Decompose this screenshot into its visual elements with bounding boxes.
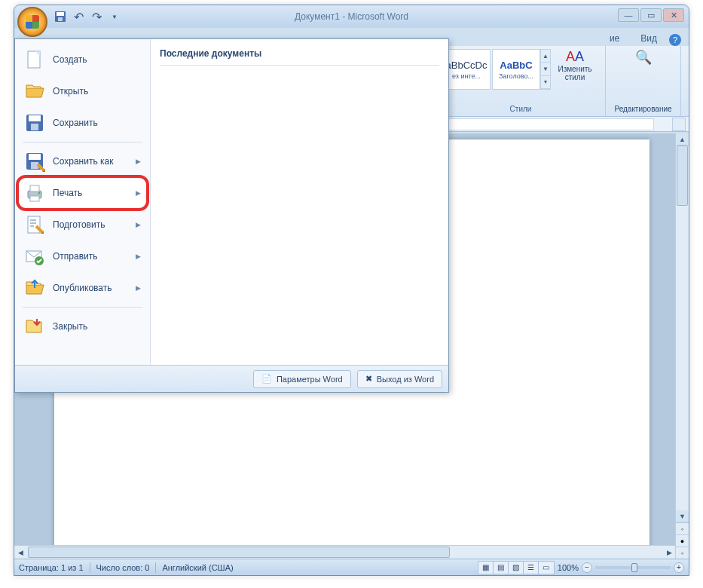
menu-item-prepare[interactable]: Подготовить▶ [18, 209, 147, 240]
ruler-toggle[interactable] [672, 118, 686, 131]
send-icon [24, 246, 45, 267]
tab-partial[interactable]: ие [601, 31, 628, 46]
view-buttons: ▦ ▤ ▧ ☰ ▭ [478, 561, 555, 574]
statusbar: Страница: 1 из 1 Число слов: 0 Английски… [14, 559, 689, 575]
view-print-layout-icon[interactable]: ▦ [478, 562, 494, 574]
menu-item-close[interactable]: Закрыть [18, 311, 147, 342]
svg-rect-13 [30, 185, 39, 191]
menu-item-label: Сохранить как [53, 156, 113, 167]
style-item[interactable]: AaBbC Заголово... [492, 49, 540, 90]
menu-item-new[interactable]: Создать [18, 44, 147, 75]
scroll-up-icon[interactable]: ▲ [676, 133, 689, 145]
window-title: Документ1 - Microsoft Word [295, 11, 408, 22]
submenu-arrow-icon: ▶ [136, 284, 141, 292]
svg-rect-7 [31, 124, 38, 130]
save-icon[interactable] [53, 10, 67, 23]
help-icon[interactable]: ? [669, 34, 681, 46]
print-icon [24, 182, 45, 204]
scroll-thumb[interactable] [677, 145, 688, 206]
menu-item-label: Закрыть [53, 321, 87, 332]
menu-item-publish[interactable]: Опубликовать▶ [18, 272, 147, 304]
menu-item-open[interactable]: Открыть [18, 75, 147, 107]
change-styles-button[interactable]: AA Изменить стили [551, 49, 599, 90]
publish-icon [24, 277, 45, 299]
submenu-arrow-icon: ▶ [136, 253, 141, 260]
menu-right-pane: Последние документы [151, 39, 448, 365]
style-gallery[interactable]: aBbCcDc ез инте... AaBbC Заголово... [442, 49, 540, 90]
maximize-button[interactable]: ▭ [640, 8, 662, 22]
window-controls: — ▭ ✕ [618, 8, 684, 22]
svg-rect-2 [58, 17, 63, 21]
status-page[interactable]: Страница: 1 из 1 [19, 563, 84, 572]
qat-dropdown-icon[interactable]: ▼ [108, 10, 121, 23]
menu-item-label: Опубликовать [53, 283, 112, 293]
zoom-in-button[interactable]: + [674, 562, 684, 573]
redo-icon[interactable]: ↷ [90, 10, 103, 23]
menu-item-save[interactable]: Сохранить [18, 107, 147, 139]
menu-item-label: Подготовить [53, 219, 105, 230]
status-language[interactable]: Английский (США) [162, 563, 233, 572]
menu-item-label: Открыть [53, 86, 88, 96]
close-button[interactable]: ✕ [663, 8, 684, 22]
menu-item-print[interactable]: Печать▶ [18, 177, 147, 209]
styles-group-label: Стили [510, 103, 532, 113]
next-page-icon[interactable]: ◦ [676, 547, 689, 559]
word-options-button[interactable]: 📄 Параметры Word [253, 370, 351, 388]
menu-item-label: Сохранить [53, 118, 98, 128]
view-outline-icon[interactable]: ☰ [524, 562, 539, 574]
horizontal-scrollbar[interactable]: ◀ ▶ [14, 545, 675, 559]
editing-group: 🔍 Редактирование [606, 46, 681, 116]
vertical-scrollbar[interactable]: ▲ ▼ ◦ ● ◦ [675, 133, 689, 559]
submenu-arrow-icon: ▶ [136, 221, 141, 228]
view-full-screen-icon[interactable]: ▤ [494, 562, 509, 574]
view-draft-icon[interactable]: ▭ [539, 562, 554, 574]
status-word-count[interactable]: Число слов: 0 [96, 563, 150, 572]
titlebar: ↶ ↷ ▼ Документ1 - Microsoft Word — ▭ ✕ [14, 5, 689, 28]
menu-left-pane: СоздатьОткрытьСохранитьСохранить как▶Печ… [15, 39, 151, 365]
menu-item-label: Отправить [53, 251, 98, 262]
menu-item-send[interactable]: Отправить▶ [18, 240, 147, 272]
menu-item-label: Печать [53, 188, 82, 198]
prepare-icon [24, 214, 45, 235]
office-menu: СоздатьОткрытьСохранитьСохранить как▶Печ… [14, 38, 449, 393]
undo-icon[interactable]: ↶ [72, 10, 85, 23]
save-icon [24, 112, 45, 133]
svg-rect-1 [57, 12, 64, 16]
app-window: ↶ ↷ ▼ Документ1 - Microsoft Word — ▭ ✕ и… [14, 5, 689, 576]
exit-word-button[interactable]: ✖ Выход из Word [357, 370, 442, 388]
submenu-arrow-icon: ▶ [136, 158, 141, 165]
browse-object-icon[interactable]: ● [676, 534, 689, 547]
options-icon: 📄 [261, 374, 272, 384]
submenu-arrow-icon: ▶ [136, 189, 141, 197]
zoom-out-button[interactable]: − [582, 562, 592, 573]
exit-icon: ✖ [365, 374, 372, 384]
recent-documents-header: Последние документы [160, 45, 439, 66]
view-web-icon[interactable]: ▧ [509, 562, 524, 574]
svg-rect-9 [29, 154, 41, 160]
tab-view[interactable]: Вид [631, 31, 666, 46]
zoom-level[interactable]: 100% [558, 563, 579, 572]
minimize-button[interactable]: — [618, 8, 639, 22]
scroll-left-icon[interactable]: ◀ [14, 546, 26, 559]
svg-rect-14 [30, 196, 39, 201]
save-as-icon [24, 151, 45, 172]
styles-group: aBbCcDc ез инте... AaBbC Заголово... ▲▼▾… [436, 46, 606, 116]
menu-footer: 📄 Параметры Word ✖ Выход из Word [15, 365, 448, 392]
scroll-thumb[interactable] [28, 547, 450, 558]
menu-item-label: Создать [53, 54, 87, 65]
scroll-down-icon[interactable]: ▼ [676, 510, 689, 522]
menu-item-save-as[interactable]: Сохранить как▶ [18, 145, 147, 177]
quick-access-toolbar: ↶ ↷ ▼ [53, 10, 121, 23]
style-item[interactable]: aBbCcDc ез инте... [442, 49, 491, 90]
close-icon [24, 316, 45, 337]
prev-page-icon[interactable]: ◦ [676, 522, 689, 534]
scroll-right-icon[interactable]: ▶ [663, 546, 675, 559]
zoom-slider[interactable] [595, 566, 671, 569]
office-button[interactable] [17, 7, 47, 37]
gallery-scroll[interactable]: ▲▼▾ [540, 49, 551, 90]
svg-rect-16 [28, 216, 40, 233]
find-icon[interactable]: 🔍 [635, 49, 652, 66]
open-icon [24, 81, 45, 102]
svg-point-15 [38, 192, 41, 194]
svg-rect-6 [29, 115, 41, 121]
